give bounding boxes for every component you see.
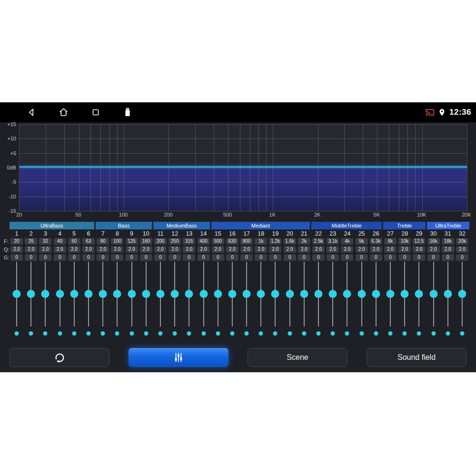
channel-number-cell: 23 [326, 229, 340, 238]
freq-chip: 16k [427, 238, 440, 245]
eq-curve-fill [20, 168, 467, 211]
channel-number: 9 [130, 230, 133, 237]
freq-cell: 1.6k [283, 238, 297, 245]
q-cell: 2.0 [38, 246, 52, 253]
slider-knob[interactable] [271, 290, 279, 298]
channel-number-cell: 4 [53, 229, 67, 238]
slider-knob[interactable] [199, 290, 208, 298]
freq-chip: 50 [68, 238, 80, 245]
slider-knob[interactable] [56, 290, 64, 298]
q-chip: 2.0 [356, 246, 368, 253]
freq-chip: 2.5k [312, 238, 325, 245]
slider-dot [460, 331, 464, 336]
q-chip: 2.0 [255, 246, 267, 253]
slider-knob[interactable] [372, 290, 380, 298]
slider-knob[interactable] [286, 290, 294, 298]
q-chip: 2.0 [442, 246, 454, 253]
slider-knob[interactable] [113, 290, 121, 298]
slider-dot [431, 331, 436, 336]
channel-number: 23 [329, 230, 336, 237]
channel-number: 24 [344, 230, 350, 237]
freq-tick-label: 50 [76, 212, 81, 218]
slider-knob[interactable] [458, 290, 466, 298]
channel-number: 1 [15, 230, 19, 237]
slider-knob[interactable] [243, 290, 251, 298]
q-chip: 2.0 [154, 246, 167, 253]
q-cell: 2.0 [81, 246, 96, 253]
slider-knob[interactable] [401, 290, 409, 298]
slider-knob[interactable] [343, 290, 351, 298]
slider-knob[interactable] [214, 290, 222, 298]
slider-knob[interactable] [300, 290, 308, 298]
band-header-row: UltraBassBassMediumBassMediantMiddleTreb… [10, 222, 469, 229]
q-cell: 2.0 [283, 246, 297, 253]
slider-knob[interactable] [429, 290, 437, 298]
status-bar: 12:36 [0, 102, 476, 122]
band-header: UltraTreble [427, 222, 469, 229]
q-cell: 2.0 [110, 246, 124, 253]
freq-chip: 500 [212, 238, 224, 245]
channel-number-cell: 22 [311, 229, 326, 238]
q-cell: 2.0 [254, 246, 268, 253]
channel-number-cell: 7 [96, 229, 110, 238]
q-chip: 2.0 [25, 246, 37, 253]
slider-knob[interactable] [41, 290, 50, 298]
freq-value-row: 2025324050638010012516020025031540050063… [10, 238, 469, 245]
gain-value-row: 00000000000000000000000000000000 [10, 254, 469, 261]
channel-number-row: 1234567891011121314151617181920212223242… [10, 229, 469, 238]
channel-number-cell: 16 [225, 229, 239, 238]
slider-knob[interactable] [13, 290, 21, 298]
eq-slider-column [426, 261, 440, 339]
db-tick-label: +10 [7, 136, 16, 141]
gain-cell: 0 [383, 254, 397, 261]
slider-knob[interactable] [444, 290, 452, 298]
equalizer-button[interactable] [129, 348, 228, 367]
freq-cell: 20 [10, 238, 24, 245]
slider-knob[interactable] [99, 290, 107, 298]
usb-icon[interactable] [123, 107, 132, 118]
q-chip: 2.0 [183, 246, 195, 253]
grid-hline [20, 139, 467, 139]
eq-slider-column [225, 261, 239, 339]
channel-number-cell: 1 [10, 229, 24, 238]
slider-knob[interactable] [357, 290, 366, 298]
db-tick-label: +5 [10, 150, 16, 156]
eq-slider-column [369, 261, 383, 339]
slider-knob[interactable] [85, 290, 93, 298]
recents-icon[interactable] [90, 107, 101, 118]
scene-button[interactable]: Scene [248, 348, 347, 367]
q-chip: 2.0 [384, 246, 397, 253]
reset-button[interactable] [10, 348, 109, 367]
slider-knob[interactable] [70, 290, 78, 298]
slider-knob[interactable] [142, 290, 150, 298]
slider-knob[interactable] [415, 290, 423, 298]
slider-dot [273, 331, 278, 336]
slider-knob[interactable] [27, 290, 35, 298]
q-cell: 2.0 [196, 246, 210, 253]
freq-chip: 125 [126, 238, 138, 245]
gain-chip: 0 [398, 254, 411, 261]
gain-cell: 0 [455, 254, 469, 261]
gain-chip: 0 [82, 254, 95, 261]
slider-knob[interactable] [128, 290, 136, 298]
slider-knob[interactable] [185, 290, 193, 298]
slider-knob[interactable] [156, 290, 164, 298]
q-chip: 2.0 [169, 246, 181, 253]
q-value-row: 2.02.02.02.02.02.02.02.02.02.02.02.02.02… [10, 246, 469, 253]
eq-slider-column [397, 261, 412, 339]
slider-knob[interactable] [386, 290, 394, 298]
slider-knob[interactable] [315, 290, 323, 298]
gain-chip: 0 [356, 254, 368, 261]
slider-knob[interactable] [171, 290, 179, 298]
q-cell: 2.0 [326, 246, 340, 253]
slider-knob[interactable] [329, 290, 337, 298]
gain-cell: 0 [426, 254, 440, 261]
back-icon[interactable] [26, 107, 37, 118]
sound-field-button[interactable]: Sound field [367, 348, 466, 367]
q-chip: 2.0 [10, 246, 23, 253]
channel-number-cell: 29 [412, 229, 426, 238]
slider-knob[interactable] [228, 290, 236, 298]
home-icon[interactable] [58, 107, 69, 118]
freq-cell: 10k [397, 238, 412, 245]
slider-knob[interactable] [257, 290, 265, 298]
